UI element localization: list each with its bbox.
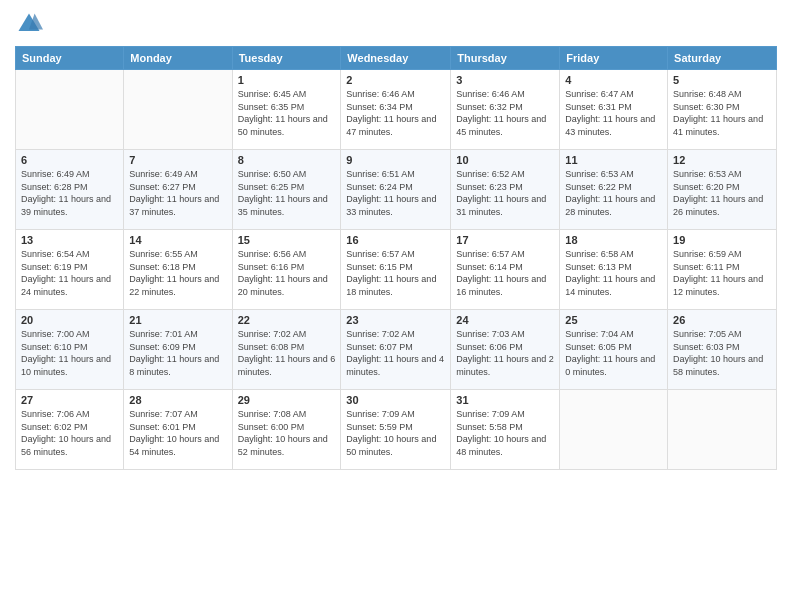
day-info: Sunrise: 6:59 AM Sunset: 6:11 PM Dayligh… (673, 248, 771, 298)
day-number: 26 (673, 314, 771, 326)
calendar-cell: 3Sunrise: 6:46 AM Sunset: 6:32 PM Daylig… (451, 70, 560, 150)
day-info: Sunrise: 6:48 AM Sunset: 6:30 PM Dayligh… (673, 88, 771, 138)
week-row-3: 20Sunrise: 7:00 AM Sunset: 6:10 PM Dayli… (16, 310, 777, 390)
day-number: 15 (238, 234, 336, 246)
weekday-header-wednesday: Wednesday (341, 47, 451, 70)
day-number: 29 (238, 394, 336, 406)
day-number: 27 (21, 394, 118, 406)
calendar-cell: 16Sunrise: 6:57 AM Sunset: 6:15 PM Dayli… (341, 230, 451, 310)
calendar-cell: 11Sunrise: 6:53 AM Sunset: 6:22 PM Dayli… (560, 150, 668, 230)
day-info: Sunrise: 7:00 AM Sunset: 6:10 PM Dayligh… (21, 328, 118, 378)
day-number: 2 (346, 74, 445, 86)
day-info: Sunrise: 7:04 AM Sunset: 6:05 PM Dayligh… (565, 328, 662, 378)
header (15, 10, 777, 38)
day-number: 13 (21, 234, 118, 246)
day-info: Sunrise: 6:46 AM Sunset: 6:34 PM Dayligh… (346, 88, 445, 138)
day-info: Sunrise: 6:56 AM Sunset: 6:16 PM Dayligh… (238, 248, 336, 298)
day-info: Sunrise: 6:47 AM Sunset: 6:31 PM Dayligh… (565, 88, 662, 138)
day-number: 9 (346, 154, 445, 166)
logo-icon (15, 10, 43, 38)
day-number: 18 (565, 234, 662, 246)
day-number: 24 (456, 314, 554, 326)
calendar-cell: 31Sunrise: 7:09 AM Sunset: 5:58 PM Dayli… (451, 390, 560, 470)
calendar-cell: 12Sunrise: 6:53 AM Sunset: 6:20 PM Dayli… (668, 150, 777, 230)
calendar: SundayMondayTuesdayWednesdayThursdayFrid… (15, 46, 777, 470)
day-number: 12 (673, 154, 771, 166)
calendar-cell: 19Sunrise: 6:59 AM Sunset: 6:11 PM Dayli… (668, 230, 777, 310)
weekday-row: SundayMondayTuesdayWednesdayThursdayFrid… (16, 47, 777, 70)
calendar-cell: 5Sunrise: 6:48 AM Sunset: 6:30 PM Daylig… (668, 70, 777, 150)
day-info: Sunrise: 6:53 AM Sunset: 6:20 PM Dayligh… (673, 168, 771, 218)
calendar-cell: 8Sunrise: 6:50 AM Sunset: 6:25 PM Daylig… (232, 150, 341, 230)
calendar-cell: 2Sunrise: 6:46 AM Sunset: 6:34 PM Daylig… (341, 70, 451, 150)
day-info: Sunrise: 6:51 AM Sunset: 6:24 PM Dayligh… (346, 168, 445, 218)
weekday-header-thursday: Thursday (451, 47, 560, 70)
day-info: Sunrise: 7:02 AM Sunset: 6:07 PM Dayligh… (346, 328, 445, 378)
day-info: Sunrise: 6:46 AM Sunset: 6:32 PM Dayligh… (456, 88, 554, 138)
day-number: 16 (346, 234, 445, 246)
day-info: Sunrise: 6:57 AM Sunset: 6:15 PM Dayligh… (346, 248, 445, 298)
day-number: 3 (456, 74, 554, 86)
day-info: Sunrise: 7:09 AM Sunset: 5:59 PM Dayligh… (346, 408, 445, 458)
calendar-header: SundayMondayTuesdayWednesdayThursdayFrid… (16, 47, 777, 70)
calendar-cell: 22Sunrise: 7:02 AM Sunset: 6:08 PM Dayli… (232, 310, 341, 390)
day-number: 25 (565, 314, 662, 326)
page: SundayMondayTuesdayWednesdayThursdayFrid… (0, 0, 792, 612)
day-info: Sunrise: 7:09 AM Sunset: 5:58 PM Dayligh… (456, 408, 554, 458)
day-number: 20 (21, 314, 118, 326)
day-info: Sunrise: 6:54 AM Sunset: 6:19 PM Dayligh… (21, 248, 118, 298)
weekday-header-monday: Monday (124, 47, 232, 70)
day-info: Sunrise: 7:06 AM Sunset: 6:02 PM Dayligh… (21, 408, 118, 458)
day-info: Sunrise: 6:52 AM Sunset: 6:23 PM Dayligh… (456, 168, 554, 218)
day-info: Sunrise: 6:50 AM Sunset: 6:25 PM Dayligh… (238, 168, 336, 218)
day-number: 11 (565, 154, 662, 166)
day-info: Sunrise: 6:49 AM Sunset: 6:27 PM Dayligh… (129, 168, 226, 218)
day-info: Sunrise: 7:05 AM Sunset: 6:03 PM Dayligh… (673, 328, 771, 378)
day-number: 6 (21, 154, 118, 166)
weekday-header-saturday: Saturday (668, 47, 777, 70)
day-number: 31 (456, 394, 554, 406)
day-number: 4 (565, 74, 662, 86)
day-info: Sunrise: 7:02 AM Sunset: 6:08 PM Dayligh… (238, 328, 336, 378)
day-info: Sunrise: 6:49 AM Sunset: 6:28 PM Dayligh… (21, 168, 118, 218)
calendar-cell (124, 70, 232, 150)
calendar-cell: 20Sunrise: 7:00 AM Sunset: 6:10 PM Dayli… (16, 310, 124, 390)
calendar-cell: 24Sunrise: 7:03 AM Sunset: 6:06 PM Dayli… (451, 310, 560, 390)
calendar-cell: 25Sunrise: 7:04 AM Sunset: 6:05 PM Dayli… (560, 310, 668, 390)
day-number: 1 (238, 74, 336, 86)
day-info: Sunrise: 6:55 AM Sunset: 6:18 PM Dayligh… (129, 248, 226, 298)
calendar-cell: 9Sunrise: 6:51 AM Sunset: 6:24 PM Daylig… (341, 150, 451, 230)
day-info: Sunrise: 6:58 AM Sunset: 6:13 PM Dayligh… (565, 248, 662, 298)
calendar-cell: 17Sunrise: 6:57 AM Sunset: 6:14 PM Dayli… (451, 230, 560, 310)
day-info: Sunrise: 7:07 AM Sunset: 6:01 PM Dayligh… (129, 408, 226, 458)
day-number: 19 (673, 234, 771, 246)
week-row-1: 6Sunrise: 6:49 AM Sunset: 6:28 PM Daylig… (16, 150, 777, 230)
calendar-cell (16, 70, 124, 150)
calendar-cell (560, 390, 668, 470)
day-number: 21 (129, 314, 226, 326)
calendar-cell (668, 390, 777, 470)
calendar-cell: 29Sunrise: 7:08 AM Sunset: 6:00 PM Dayli… (232, 390, 341, 470)
day-number: 30 (346, 394, 445, 406)
weekday-header-tuesday: Tuesday (232, 47, 341, 70)
week-row-2: 13Sunrise: 6:54 AM Sunset: 6:19 PM Dayli… (16, 230, 777, 310)
day-number: 14 (129, 234, 226, 246)
day-info: Sunrise: 7:01 AM Sunset: 6:09 PM Dayligh… (129, 328, 226, 378)
calendar-cell: 14Sunrise: 6:55 AM Sunset: 6:18 PM Dayli… (124, 230, 232, 310)
week-row-0: 1Sunrise: 6:45 AM Sunset: 6:35 PM Daylig… (16, 70, 777, 150)
day-info: Sunrise: 6:57 AM Sunset: 6:14 PM Dayligh… (456, 248, 554, 298)
calendar-cell: 23Sunrise: 7:02 AM Sunset: 6:07 PM Dayli… (341, 310, 451, 390)
day-number: 8 (238, 154, 336, 166)
weekday-header-friday: Friday (560, 47, 668, 70)
day-number: 22 (238, 314, 336, 326)
day-number: 23 (346, 314, 445, 326)
calendar-cell: 27Sunrise: 7:06 AM Sunset: 6:02 PM Dayli… (16, 390, 124, 470)
day-number: 10 (456, 154, 554, 166)
weekday-header-sunday: Sunday (16, 47, 124, 70)
calendar-cell: 18Sunrise: 6:58 AM Sunset: 6:13 PM Dayli… (560, 230, 668, 310)
calendar-cell: 6Sunrise: 6:49 AM Sunset: 6:28 PM Daylig… (16, 150, 124, 230)
calendar-body: 1Sunrise: 6:45 AM Sunset: 6:35 PM Daylig… (16, 70, 777, 470)
calendar-cell: 28Sunrise: 7:07 AM Sunset: 6:01 PM Dayli… (124, 390, 232, 470)
day-info: Sunrise: 7:08 AM Sunset: 6:00 PM Dayligh… (238, 408, 336, 458)
day-info: Sunrise: 7:03 AM Sunset: 6:06 PM Dayligh… (456, 328, 554, 378)
